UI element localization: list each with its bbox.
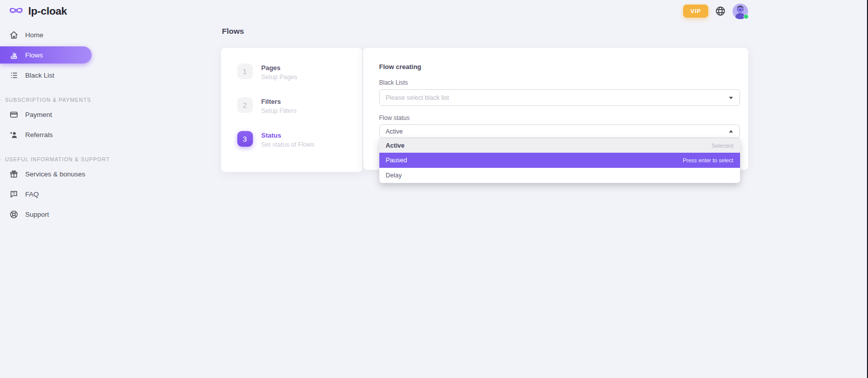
option-hint: Selected [712,143,733,149]
black-lists-select[interactable] [379,89,740,106]
option-label: Active [386,142,405,149]
globe-icon[interactable] [715,6,726,17]
black-lists-label: Black Lists [379,79,740,86]
wizard-step-filters[interactable]: 2FiltersSetup Filters [237,97,362,114]
flows-stack-icon [9,50,19,60]
flow-status-select[interactable]: Active [379,124,740,138]
svg-text:?!: ?! [12,192,15,195]
flow-creating-card: Flow creating Black Lists Flow status Ac… [363,48,748,170]
step-number-badge: 2 [237,97,253,113]
main-area: Flows 1PagesSetup Pages2FiltersSetup Fil… [101,27,868,172]
user-add-icon [9,130,19,140]
gift-icon [9,169,19,179]
step-number-badge: 1 [237,64,253,79]
sidebar-item-services-bonuses[interactable]: Services & bonuses [0,164,101,183]
home-icon [9,30,19,40]
sidebar-item-label: Services & bonuses [25,170,85,178]
flow-status-dropdown: ActiveSelectedPausedPress enter to selec… [379,138,740,183]
sidebar: HomeFlowsBlack List SUBSCRIPTION & PAYME… [0,22,101,225]
form-title: Flow creating [379,63,740,71]
vip-button[interactable]: VIP [683,5,708,18]
page-title: Flows [221,27,748,36]
flow-status-value: Active [386,128,403,135]
sidebar-item-label: Referrals [25,131,53,139]
status-option-delay[interactable]: Delay [379,168,740,183]
app-logo[interactable]: lp-cloak [8,5,67,17]
flow-steps-card: 1PagesSetup Pages2FiltersSetup Filters3S… [221,48,362,172]
top-header: lp-cloak VIP [0,0,868,22]
sidebar-item-faq[interactable]: ?!FAQ [0,184,101,204]
sidebar-item-payment[interactable]: Payment [0,105,101,124]
chevron-up-icon [729,130,733,133]
sidebar-item-black-list[interactable]: Black List [0,66,101,85]
faq-chat-icon: ?! [9,190,19,199]
step-title: Pages [261,64,298,72]
sidebar-item-support[interactable]: Support [0,205,101,224]
step-subtitle: Setup Filters [261,107,297,114]
option-label: Delay [386,172,402,179]
step-number-badge: 3 [237,131,253,147]
sidebar-item-home[interactable]: Home [0,25,101,44]
status-option-paused[interactable]: PausedPress enter to select [379,153,740,168]
sidebar-item-label: Black List [25,72,54,79]
black-lists-input[interactable] [386,94,725,101]
list-icon [9,71,19,80]
sidebar-section-title: USEFUL INFORMATION & SUPPORT [0,156,101,162]
credit-card-icon [9,110,19,119]
status-option-active[interactable]: ActiveSelected [379,138,740,153]
flow-status-label: Flow status [379,114,740,121]
lifebuoy-icon [9,210,19,219]
mask-icon [8,5,24,17]
step-title: Filters [261,97,297,105]
chevron-down-icon [729,97,733,99]
header-actions: VIP [683,4,748,19]
sidebar-item-flows[interactable]: Flows [0,46,92,64]
option-hint: Press enter to select [683,157,733,163]
online-status-dot [744,14,749,19]
user-avatar[interactable] [732,4,748,19]
app-title: lp-cloak [28,5,67,17]
sidebar-item-label: Home [25,31,43,39]
step-subtitle: Set status of Flows [261,141,315,148]
option-label: Paused [386,157,407,164]
step-subtitle: Setup Pages [261,74,298,81]
sidebar-item-referrals[interactable]: Referrals [0,125,101,144]
step-title: Status [261,131,315,139]
sidebar-item-label: Payment [25,111,52,118]
sidebar-section-title: SUBSCRIPTION & PAYMENTS [0,97,101,103]
sidebar-item-label: Support [25,211,49,218]
sidebar-item-label: Flows [25,51,43,59]
sidebar-item-label: FAQ [25,191,39,198]
wizard-step-status[interactable]: 3StatusSet status of Flows [237,131,362,148]
wizard-step-pages[interactable]: 1PagesSetup Pages [237,64,362,81]
